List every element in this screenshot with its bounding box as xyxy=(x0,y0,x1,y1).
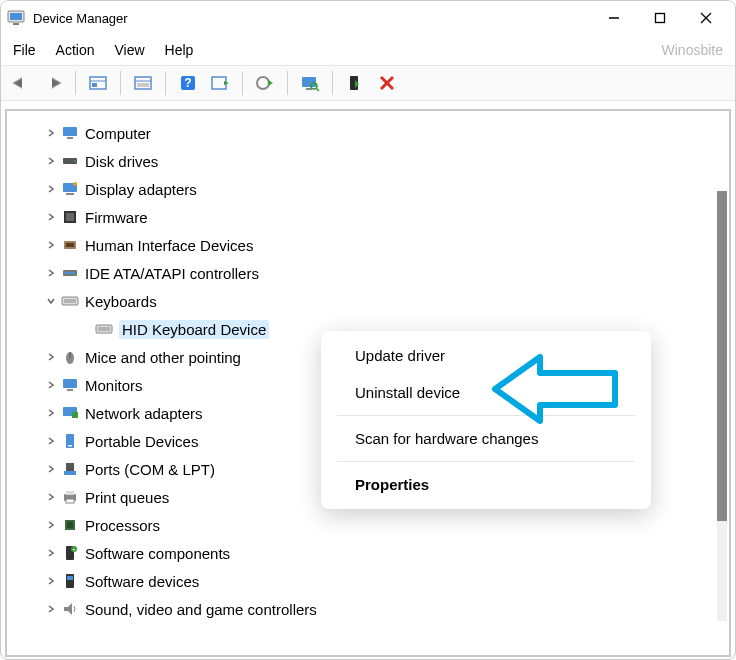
maximize-button[interactable] xyxy=(637,3,683,33)
chevron-right-icon[interactable] xyxy=(43,489,59,505)
svg-rect-53 xyxy=(63,379,77,388)
content-area: ComputerDisk drivesDisplay adaptersFirmw… xyxy=(1,101,735,660)
chevron-right-icon[interactable] xyxy=(43,209,59,225)
expander-none xyxy=(77,321,93,337)
chevron-right-icon[interactable] xyxy=(43,433,59,449)
svg-point-35 xyxy=(74,160,76,162)
chevron-right-icon[interactable] xyxy=(43,573,59,589)
tree-item-label: Ports (COM & LPT) xyxy=(85,461,215,478)
tree-item[interactable]: Sound, video and game controllers xyxy=(7,595,729,623)
svg-marker-23 xyxy=(268,80,273,86)
svg-rect-14 xyxy=(135,77,151,89)
svg-rect-4 xyxy=(656,14,665,23)
menu-help[interactable]: Help xyxy=(165,42,194,58)
svg-rect-65 xyxy=(67,522,73,528)
svg-rect-24 xyxy=(302,77,316,87)
chevron-right-icon[interactable] xyxy=(43,461,59,477)
svg-marker-71 xyxy=(64,603,72,615)
context-menu: Update driverUninstall deviceScan for ha… xyxy=(321,331,651,509)
back-button[interactable] xyxy=(7,69,35,97)
printer-icon xyxy=(61,488,79,506)
chevron-right-icon[interactable] xyxy=(43,153,59,169)
tree-item[interactable]: Processors xyxy=(7,511,729,539)
action-button[interactable] xyxy=(206,69,234,97)
context-menu-item[interactable]: Scan for hardware changes xyxy=(325,420,647,457)
scan-hardware-button[interactable] xyxy=(296,69,324,97)
tree-item-label: Portable Devices xyxy=(85,433,198,450)
mouse-icon xyxy=(61,348,79,366)
tree-panel: ComputerDisk drivesDisplay adaptersFirmw… xyxy=(5,109,731,657)
enable-device-button[interactable] xyxy=(341,69,369,97)
context-menu-separator xyxy=(337,461,635,462)
toolbar: ? xyxy=(1,65,735,101)
tree-item-label: Mice and other pointing xyxy=(85,349,241,366)
svg-rect-60 xyxy=(64,471,76,475)
tree-item-label: Monitors xyxy=(85,377,143,394)
tree-item[interactable]: Human Interface Devices xyxy=(7,231,729,259)
svg-rect-33 xyxy=(67,137,73,139)
svg-point-38 xyxy=(73,182,77,186)
svg-rect-20 xyxy=(212,77,226,89)
svg-rect-37 xyxy=(66,193,74,195)
tree-item[interactable]: Software devices xyxy=(7,567,729,595)
tree-item[interactable]: IDE ATA/ATAPI controllers xyxy=(7,259,729,287)
minimize-button[interactable] xyxy=(591,3,637,33)
svg-rect-40 xyxy=(66,213,74,221)
chevron-right-icon[interactable] xyxy=(43,349,59,365)
tree-item[interactable]: Computer xyxy=(7,119,729,147)
disable-device-button[interactable] xyxy=(373,69,401,97)
tree-item[interactable]: Firmware xyxy=(7,203,729,231)
help-button[interactable]: ? xyxy=(174,69,202,97)
tree-item-label: Software devices xyxy=(85,573,199,590)
window-title: Device Manager xyxy=(33,11,128,26)
svg-rect-70 xyxy=(67,576,73,580)
svg-rect-32 xyxy=(63,127,77,136)
menu-file[interactable]: File xyxy=(13,42,36,58)
swdev-icon xyxy=(61,572,79,590)
chevron-right-icon[interactable] xyxy=(43,265,59,281)
tree-item-label: Disk drives xyxy=(85,153,158,170)
vertical-scrollbar[interactable] xyxy=(717,191,727,621)
svg-rect-42 xyxy=(66,243,74,247)
chevron-right-icon[interactable] xyxy=(43,517,59,533)
chevron-right-icon[interactable] xyxy=(43,181,59,197)
tree-item[interactable]: +Software components xyxy=(7,539,729,567)
scrollbar-thumb[interactable] xyxy=(717,191,727,521)
tree-item[interactable]: Display adapters xyxy=(7,175,729,203)
chevron-down-icon[interactable] xyxy=(43,293,59,309)
chevron-right-icon[interactable] xyxy=(43,125,59,141)
computer-icon xyxy=(61,124,79,142)
tree-item-label: Display adapters xyxy=(85,181,197,198)
update-driver-button[interactable] xyxy=(251,69,279,97)
tree-item-label: IDE ATA/ATAPI controllers xyxy=(85,265,259,282)
menu-action[interactable]: Action xyxy=(56,42,95,58)
chevron-right-icon[interactable] xyxy=(43,237,59,253)
svg-line-27 xyxy=(316,88,319,91)
tree-item-label: Keyboards xyxy=(85,293,157,310)
context-menu-item[interactable]: Properties xyxy=(325,466,647,503)
watermark: Winosbite xyxy=(662,42,723,58)
svg-rect-1 xyxy=(10,13,22,20)
menubar: File Action View Help Winosbite xyxy=(1,35,735,65)
show-hidden-button[interactable] xyxy=(84,69,112,97)
firmware-icon xyxy=(61,208,79,226)
svg-rect-2 xyxy=(13,23,19,25)
tree-item[interactable]: Disk drives xyxy=(7,147,729,175)
svg-rect-56 xyxy=(72,412,78,418)
chevron-right-icon[interactable] xyxy=(43,601,59,617)
svg-rect-13 xyxy=(92,83,97,87)
tree-item[interactable]: Keyboards xyxy=(7,287,729,315)
context-menu-item[interactable]: Update driver xyxy=(325,337,647,374)
details-button[interactable] xyxy=(129,69,157,97)
chevron-right-icon[interactable] xyxy=(43,377,59,393)
close-button[interactable] xyxy=(683,3,729,33)
chevron-right-icon[interactable] xyxy=(43,545,59,561)
ide-icon xyxy=(61,264,79,282)
app-icon xyxy=(7,9,25,27)
forward-button[interactable] xyxy=(39,69,67,97)
menu-view[interactable]: View xyxy=(114,42,144,58)
chevron-right-icon[interactable] xyxy=(43,405,59,421)
svg-rect-63 xyxy=(66,499,74,503)
context-menu-item[interactable]: Uninstall device xyxy=(325,374,647,411)
display-icon xyxy=(61,180,79,198)
